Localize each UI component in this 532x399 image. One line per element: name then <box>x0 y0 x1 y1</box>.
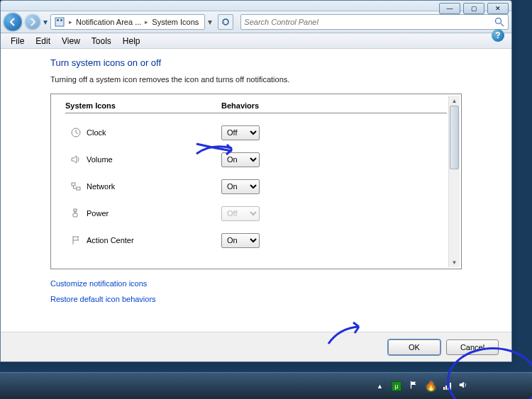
row-power: Power Off <box>65 200 447 227</box>
dialog-button-row: OK Cancel <box>1 332 511 361</box>
icons-panel: System Icons Behaviors Clock Off Volume <box>50 94 462 269</box>
tray-action-center-icon[interactable] <box>409 380 419 392</box>
svg-point-3 <box>496 18 501 24</box>
breadcrumb-dropdown[interactable]: ▾ <box>208 17 212 27</box>
flag-icon <box>65 235 87 246</box>
svg-rect-2 <box>60 19 62 21</box>
clock-icon <box>65 127 87 138</box>
svg-line-4 <box>501 23 504 26</box>
row-action-center: Action Center On <box>65 227 447 254</box>
svg-rect-9 <box>73 213 77 217</box>
tray-show-hidden-icon[interactable]: ▲ <box>377 383 383 390</box>
menu-edit[interactable]: Edit <box>30 35 56 47</box>
menubar: File Edit View Tools Help <box>1 33 511 49</box>
svg-rect-1 <box>57 19 59 21</box>
refresh-icon <box>220 16 231 28</box>
volume-icon <box>65 154 87 165</box>
row-volume: Volume On <box>65 146 447 173</box>
menu-view[interactable]: View <box>56 35 86 47</box>
menu-tools[interactable]: Tools <box>86 35 117 47</box>
back-button[interactable] <box>4 13 22 31</box>
breadcrumb-notification-area[interactable]: Notification Area ... <box>73 15 144 29</box>
row-label: Power <box>87 209 221 218</box>
panel-scrollbar[interactable]: ▲ ▼ <box>448 96 460 267</box>
arrow-right-icon <box>27 16 38 28</box>
menu-file[interactable]: File <box>5 35 30 47</box>
help-icon[interactable]: ? <box>492 29 504 42</box>
action-center-behavior-select[interactable]: On <box>221 233 260 248</box>
volume-behavior-select[interactable]: On <box>221 152 260 167</box>
page-description: Turning off a system icon removes the ic… <box>50 75 462 84</box>
scroll-thumb[interactable] <box>450 106 459 169</box>
control-panel-icon <box>54 16 65 28</box>
breadcrumb[interactable]: ▸ Notification Area ... ▸ System Icons <box>50 14 205 30</box>
arrow-left-icon <box>7 16 18 28</box>
titlebar[interactable]: — ▢ ✕ <box>1 1 511 11</box>
svg-rect-8 <box>74 209 77 211</box>
breadcrumb-system-icons[interactable]: System Icons <box>149 15 201 29</box>
network-behavior-select[interactable]: On <box>221 179 260 194</box>
customize-link[interactable]: Customize notification icons <box>50 279 462 288</box>
search-icon <box>494 16 505 28</box>
scroll-up-icon[interactable]: ▲ <box>449 96 460 106</box>
menu-help[interactable]: Help <box>117 35 146 47</box>
row-label: Network <box>87 182 221 191</box>
control-panel-window: — ▢ ✕ ▾ ▸ Notification Area ... ▸ System… <box>0 0 512 362</box>
scroll-down-icon[interactable]: ▼ <box>449 257 460 267</box>
nav-history-dropdown[interactable]: ▾ <box>43 17 48 27</box>
navigation-bar: ▾ ▸ Notification Area ... ▸ System Icons… <box>1 11 511 33</box>
refresh-button[interactable] <box>218 14 233 30</box>
cancel-button[interactable]: Cancel <box>446 339 499 355</box>
tray-utorrent-icon[interactable]: μ <box>392 381 401 391</box>
svg-rect-7 <box>77 187 80 190</box>
search-input[interactable] <box>244 18 494 26</box>
clock-behavior-select[interactable]: Off <box>221 125 260 140</box>
row-label: Volume <box>87 155 221 164</box>
ok-button[interactable]: OK <box>388 339 440 355</box>
power-behavior-select: Off <box>221 206 260 221</box>
row-network: Network On <box>65 173 447 200</box>
row-clock: Clock Off <box>65 119 447 146</box>
minimize-button[interactable]: — <box>439 3 460 14</box>
svg-rect-6 <box>72 183 75 186</box>
taskbar[interactable]: ▲ μ 🔥 <box>0 372 532 399</box>
page-title: Turn system icons on or off <box>50 57 462 68</box>
maximize-button[interactable]: ▢ <box>463 3 484 14</box>
forward-button[interactable] <box>25 14 40 30</box>
restore-defaults-link[interactable]: Restore default icon behaviors <box>50 295 462 303</box>
column-header-behaviors: Behaviors <box>221 101 259 110</box>
search-box[interactable] <box>240 14 509 30</box>
row-label: Clock <box>87 128 221 137</box>
row-label: Action Center <box>87 236 221 245</box>
column-header-icons: System Icons <box>65 101 221 110</box>
tray-network-icon[interactable] <box>443 383 451 390</box>
tray-volume-icon[interactable] <box>458 380 468 392</box>
content-area: ? Turn system icons on or off Turning of… <box>1 49 511 332</box>
close-button[interactable]: ✕ <box>487 3 509 14</box>
system-tray: ▲ μ 🔥 <box>377 380 468 392</box>
power-icon <box>65 208 87 219</box>
tray-firewall-icon[interactable]: 🔥 <box>426 381 436 391</box>
network-icon <box>65 181 87 192</box>
svg-rect-0 <box>55 18 64 26</box>
